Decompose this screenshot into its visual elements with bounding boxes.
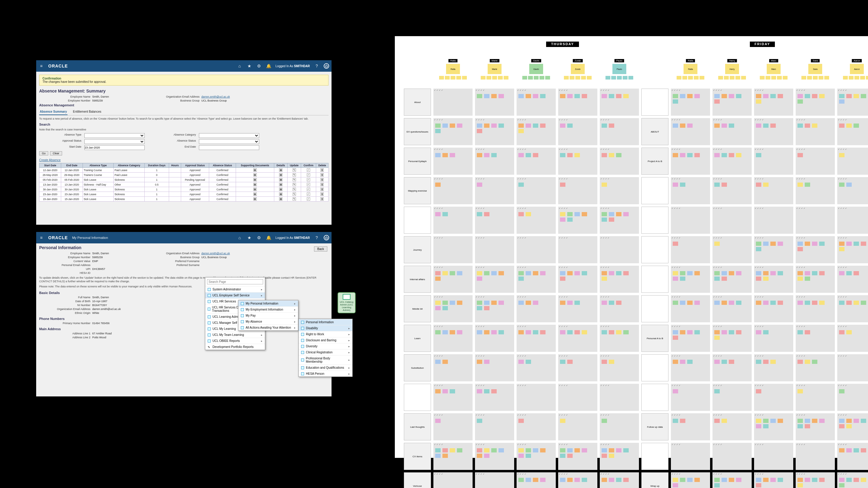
- board-cell[interactable]: ✓✓✓✓: [671, 354, 710, 381]
- sticky-note[interactable]: [477, 360, 482, 364]
- sticky-note[interactable]: [533, 330, 538, 334]
- sticky-note[interactable]: [700, 76, 704, 79]
- sticky-note[interactable]: [839, 124, 844, 128]
- sticky-note[interactable]: [442, 448, 448, 452]
- sticky-note[interactable]: [721, 271, 727, 275]
- sticky-note[interactable]: [601, 448, 607, 452]
- sticky-note[interactable]: [824, 76, 829, 79]
- sticky-note[interactable]: [450, 153, 455, 157]
- sticky-note[interactable]: [442, 330, 448, 334]
- sticky-note[interactable]: [567, 212, 572, 216]
- sticky-note[interactable]: [846, 478, 852, 482]
- sticky-note[interactable]: [673, 183, 678, 187]
- sticky-note[interactable]: [601, 454, 607, 458]
- board-cell[interactable]: ✓✓✓✓: [754, 295, 793, 322]
- board-cell[interactable]: ✓✓✓✓: [671, 325, 710, 352]
- sticky-note[interactable]: [609, 94, 614, 98]
- sticky-note[interactable]: [609, 301, 614, 305]
- board-cell[interactable]: ✓✓✓✓: [433, 472, 472, 488]
- sticky-note[interactable]: [778, 478, 783, 482]
- sticky-note[interactable]: [498, 271, 504, 275]
- sticky-note[interactable]: [813, 76, 818, 79]
- sticky-note[interactable]: [623, 212, 629, 216]
- update-icon[interactable]: ✎: [293, 178, 296, 181]
- sticky-note[interactable]: [846, 419, 852, 423]
- board-cell[interactable]: ✓✓✓✓: [558, 177, 597, 204]
- sticky-note[interactable]: [526, 212, 531, 216]
- board-cell[interactable]: ✓✓✓✓: [600, 325, 639, 352]
- sticky-note[interactable]: Harry: [725, 64, 739, 74]
- sticky-note[interactable]: [741, 76, 746, 79]
- board-cell[interactable]: ✓✓✓✓: [600, 118, 639, 145]
- sticky-note[interactable]: [450, 124, 455, 128]
- sticky-note[interactable]: [491, 330, 497, 334]
- sticky-note[interactable]: [533, 124, 538, 128]
- sticky-note[interactable]: [736, 330, 741, 334]
- sticky-note[interactable]: [721, 419, 727, 423]
- back-button[interactable]: Back: [314, 247, 327, 252]
- sticky-note[interactable]: [582, 94, 587, 98]
- sticky-note[interactable]: [846, 448, 852, 452]
- sticky-note[interactable]: [616, 153, 621, 157]
- sticky-note[interactable]: [854, 124, 859, 128]
- sticky-note[interactable]: [533, 448, 538, 452]
- sticky-note[interactable]: [567, 301, 572, 305]
- sticky-note[interactable]: [484, 301, 490, 305]
- sticky-note[interactable]: [798, 241, 803, 246]
- sticky-note[interactable]: [609, 448, 614, 452]
- menu-item[interactable]: My Employment Information▸: [239, 306, 298, 313]
- col-header[interactable]: Delete: [316, 163, 328, 168]
- select-absence-category[interactable]: [199, 133, 259, 138]
- sticky-note[interactable]: [714, 276, 720, 281]
- sticky-note[interactable]: [687, 153, 692, 157]
- sticky-note[interactable]: [763, 330, 769, 334]
- sticky-note[interactable]: [763, 301, 769, 305]
- sticky-note[interactable]: [587, 76, 592, 79]
- sticky-note[interactable]: [484, 271, 490, 275]
- sticky-note[interactable]: [756, 478, 761, 482]
- sticky-note[interactable]: [714, 330, 720, 334]
- sticky-note[interactable]: [477, 153, 482, 157]
- sticky-note[interactable]: [442, 454, 448, 458]
- board-cell[interactable]: ✓✓✓✓: [433, 413, 472, 441]
- sticky-note[interactable]: [575, 76, 580, 79]
- sticky-note[interactable]: [839, 389, 844, 393]
- sticky-note[interactable]: [609, 330, 614, 334]
- sticky-note[interactable]: [729, 301, 734, 305]
- sticky-note[interactable]: [756, 99, 761, 104]
- sticky-note[interactable]: [778, 419, 783, 423]
- sticky-note[interactable]: [518, 454, 524, 458]
- board-cell[interactable]: ✓✓✓✓: [837, 325, 868, 352]
- sticky-note[interactable]: [567, 271, 572, 275]
- sticky-note[interactable]: [491, 271, 497, 275]
- sticky-note[interactable]: [560, 271, 565, 275]
- sticky-note[interactable]: [442, 389, 448, 393]
- col-header[interactable]: Approval Status: [181, 163, 209, 168]
- sticky-note[interactable]: [673, 241, 678, 246]
- sticky-note[interactable]: [477, 271, 482, 275]
- board-cell[interactable]: ✓✓✓✓: [671, 118, 710, 145]
- board-cell[interactable]: ✓✓✓✓: [600, 443, 639, 470]
- sticky-note[interactable]: [756, 271, 761, 275]
- sticky-note[interactable]: [609, 212, 614, 216]
- sticky-note[interactable]: [680, 301, 685, 305]
- sticky-note[interactable]: [498, 76, 503, 79]
- sticky-note[interactable]: [680, 276, 685, 281]
- sticky-note[interactable]: [560, 183, 565, 187]
- sticky-note[interactable]: [564, 76, 569, 79]
- sticky-note[interactable]: [839, 99, 844, 104]
- sticky-note[interactable]: [805, 276, 810, 281]
- sticky-note[interactable]: [582, 448, 587, 452]
- board-cell[interactable]: ✓✓✓✓: [712, 148, 752, 175]
- sticky-note[interactable]: [866, 76, 868, 79]
- sticky-note[interactable]: [763, 241, 769, 246]
- sticky-note[interactable]: [534, 76, 538, 79]
- col-header[interactable]: Absence Type: [83, 163, 113, 168]
- board-cell[interactable]: ✓✓✓✓: [475, 325, 514, 352]
- sticky-note[interactable]: [673, 389, 678, 393]
- sticky-note[interactable]: [673, 301, 678, 305]
- sticky-note[interactable]: [798, 483, 803, 487]
- board-cell[interactable]: ✓✓✓✓: [671, 295, 710, 322]
- sticky-note[interactable]: [560, 330, 565, 334]
- board-cell[interactable]: ✓✓✓✓: [671, 472, 710, 488]
